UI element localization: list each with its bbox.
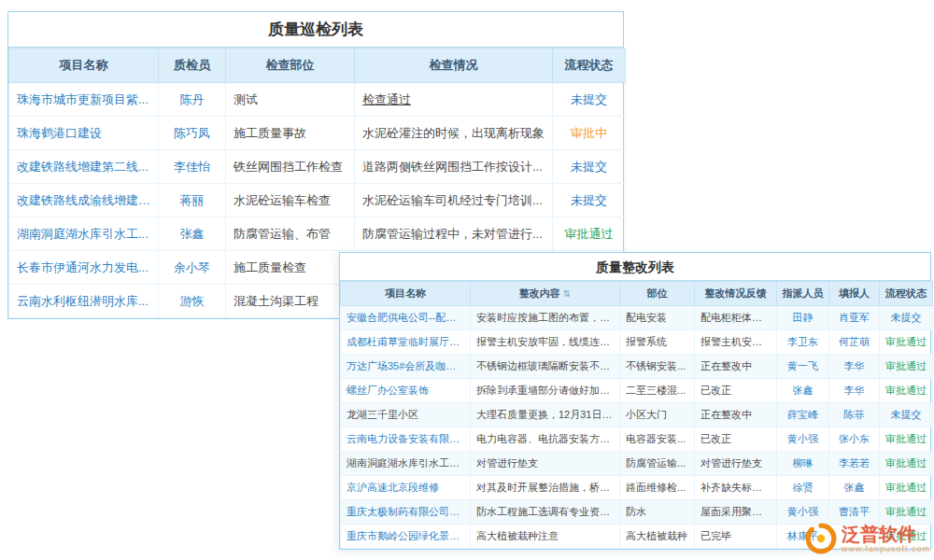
cell-status: 审批通过 (880, 355, 933, 379)
column-header-status[interactable]: 流程状态 (880, 282, 933, 306)
cell-status: 未提交 (553, 184, 626, 217)
cell-feedback: 正在整改中 (695, 355, 777, 379)
table-row[interactable]: 湖南洞庭湖水库引水工...张鑫防腐管运输、布管防腐管运输过程中，未对管进行...… (9, 217, 626, 251)
cell-part: 高大植被栽种 (620, 525, 695, 549)
cell-status: 审批通过 (880, 452, 933, 476)
cell-location: 施工质量事故 (226, 117, 355, 150)
cell-project[interactable]: 改建铁路线增建第二线... (9, 150, 159, 184)
cell-assignee[interactable]: 黄小强 (777, 500, 829, 525)
cell-inspector[interactable]: 游恢 (159, 285, 226, 318)
cell-inspector[interactable]: 余小琴 (159, 251, 226, 285)
table-row[interactable]: 珠海市城市更新项目紫...陈丹测试检查通过未提交 (9, 83, 626, 117)
cell-assignee[interactable]: 李卫东 (777, 330, 829, 355)
cell-feedback: 屋面采用聚氨... (695, 500, 777, 525)
cell-project[interactable]: 重庆市鹅岭公园绿化景观提升... (341, 525, 471, 549)
cell-filler[interactable]: 张小东 (829, 427, 880, 452)
cell-project[interactable]: 珠海鹤港口建设 (9, 117, 159, 150)
cell-filler[interactable]: 张鑫 (829, 476, 880, 500)
cell-part: 配电安装 (620, 306, 695, 330)
cell-situation: 水泥砼运输车司机经过专门培训... (355, 184, 553, 217)
column-header-project[interactable]: 项目名称 (341, 282, 471, 306)
cell-project[interactable]: 成都杜甫草堂临时展厅独立展... (341, 330, 471, 355)
cell-feedback: 报警主机安放... (695, 330, 777, 355)
cell-status: 未提交 (880, 306, 933, 330)
cell-content: 电力电容器、电抗器安装方案... (471, 427, 620, 452)
cell-location: 防腐管运输、布管 (226, 217, 355, 251)
cell-assignee[interactable]: 徐贤 (777, 476, 829, 500)
cell-inspector[interactable]: 陈巧凤 (159, 117, 226, 150)
cell-assignee[interactable]: 张鑫 (777, 379, 829, 403)
table-row[interactable]: 珠海鹤港口建设陈巧凤施工质量事故水泥砼灌注的时候，出现离析现象审批中 (9, 117, 626, 150)
cell-feedback: 已完毕 (695, 525, 777, 549)
table-row[interactable]: 湖南洞庭湖水库引水工程施工1标对管进行垫支防腐管运输...对管进行垫支柳琳李若若… (341, 452, 933, 476)
cell-location: 混凝土沟渠工程 (226, 285, 355, 318)
cell-situation: 防腐管运输过程中，未对管进行... (355, 217, 553, 251)
cell-location: 水泥砼运输车检查 (226, 184, 355, 217)
cell-project[interactable]: 万达广场35#会所及咖啡厅空... (341, 355, 471, 379)
column-header-location[interactable]: 检查部位 (226, 49, 355, 83)
cell-assignee[interactable]: 黄一飞 (777, 355, 829, 379)
cell-feedback: 已改正 (695, 427, 777, 452)
cell-inspector[interactable]: 蒋丽 (159, 184, 226, 217)
cell-filler[interactable]: 李华 (829, 379, 880, 403)
column-header-filler[interactable]: 填报人 (829, 282, 880, 306)
cell-project[interactable]: 云南电力设备安装有限公司20... (341, 427, 471, 452)
cell-inspector[interactable]: 李佳怡 (159, 150, 226, 184)
cell-filler[interactable]: 李华 (829, 355, 880, 379)
cell-filler[interactable]: 李若若 (829, 452, 880, 476)
table-row[interactable]: 云南电力设备安装有限公司20...电力电容器、电抗器安装方案...电容器安装..… (341, 427, 933, 452)
column-header-status[interactable]: 流程状态 (553, 49, 626, 83)
cell-assignee[interactable]: 柳琳 (777, 452, 829, 476)
watermark-text: 泛普软件 www.fanpusoft.com (842, 524, 930, 553)
table-row[interactable]: 螺丝厂办公室装饰拆除到承重墙部分请做好加固...二至三楼混...已改正张鑫李华审… (341, 379, 933, 403)
cell-status: 审批中 (553, 117, 626, 150)
cell-status: 审批通过 (880, 476, 933, 500)
cell-situation: 检查通过 (355, 83, 553, 117)
column-header-feedback[interactable]: 整改情况反馈 (695, 282, 777, 306)
cell-inspector[interactable]: 张鑫 (159, 217, 226, 251)
cell-project[interactable]: 安徽合肥供电公司--配电设备... (341, 306, 471, 330)
table-row[interactable]: 成都杜甫草堂临时展厅独立展...报警主机安放牢固，线缆连接...报警系统报警主机… (341, 330, 933, 355)
cell-part: 电容器安装... (620, 427, 695, 452)
table-row[interactable]: 改建铁路线增建第二线...李佳怡铁丝网围挡工作检查道路两侧铁丝网围挡工作按设计.… (9, 150, 626, 184)
cell-feedback: 补齐缺失标志... (695, 476, 777, 500)
column-header-content[interactable]: 整改内容⇅ (471, 282, 620, 306)
column-header-assignee[interactable]: 指派人员 (777, 282, 829, 306)
table-row[interactable]: 改建铁路线成渝线增建第...蒋丽水泥砼运输车检查水泥砼运输车司机经过专门培训..… (9, 184, 626, 217)
cell-assignee[interactable]: 田静 (777, 306, 829, 330)
table-row[interactable]: 龙湖三千里小区大理石质量更换，12月31日之...小区大门正在整改中薛宝峰陈菲未… (341, 403, 933, 427)
cell-project[interactable]: 长春市伊通河水力发电... (9, 251, 159, 285)
cell-project[interactable]: 珠海市城市更新项目紫... (9, 83, 159, 117)
cell-inspector[interactable]: 陈丹 (159, 83, 226, 117)
cell-filler[interactable]: 陈菲 (829, 403, 880, 427)
column-header-situation[interactable]: 检查情况 (355, 49, 553, 83)
cell-location: 铁丝网围挡工作检查 (226, 150, 355, 184)
cell-project: 龙湖三千里小区 (341, 403, 471, 427)
cell-project[interactable]: 重庆太极制药有限公司亳州中... (341, 500, 471, 525)
column-header-project[interactable]: 项目名称 (9, 49, 159, 83)
cell-part: 二至三楼混... (620, 379, 695, 403)
cell-project[interactable]: 改建铁路线成渝线增建第... (9, 184, 159, 217)
cell-content: 防水工程施工选调有专业资质... (471, 500, 620, 525)
table-row[interactable]: 京沪高速北京段维修对其及时开展整治措施，桥头...路面维修检...补齐缺失标志.… (341, 476, 933, 500)
cell-situation: 水泥砼灌注的时候，出现离析现象 (355, 117, 553, 150)
cell-filler[interactable]: 何芷萌 (829, 330, 880, 355)
table-row[interactable]: 安徽合肥供电公司--配电设备...安装时应按施工图的布置，将...配电安装配电柜… (341, 306, 933, 330)
cell-filler[interactable]: 曹清平 (829, 500, 880, 525)
table-row[interactable]: 万达广场35#会所及咖啡厅空...不锈钢边框玻璃隔断安装不平...不锈钢安装..… (341, 355, 933, 379)
cell-project[interactable]: 云南水利枢纽潜明水库... (9, 285, 159, 318)
cell-project[interactable]: 京沪高速北京段维修 (341, 476, 471, 500)
cell-content: 安装时应按施工图的布置，将... (471, 306, 620, 330)
cell-feedback: 正在整改中 (695, 403, 777, 427)
cell-filler[interactable]: 肖亚军 (829, 306, 880, 330)
sort-icon[interactable]: ⇅ (563, 288, 571, 299)
column-header-inspector[interactable]: 质检员 (159, 49, 226, 83)
watermark-brand: 泛普软件 (842, 524, 930, 544)
cell-assignee[interactable]: 黄小强 (777, 427, 829, 452)
cell-project[interactable]: 螺丝厂办公室装饰 (341, 379, 471, 403)
table-row[interactable]: 重庆太极制药有限公司亳州中...防水工程施工选调有专业资质...防水屋面采用聚氨… (341, 500, 933, 525)
column-header-part[interactable]: 部位 (620, 282, 695, 306)
cell-assignee[interactable]: 薛宝峰 (777, 403, 829, 427)
cell-content: 报警主机安放牢固，线缆连接... (471, 330, 620, 355)
cell-project[interactable]: 湖南洞庭湖水库引水工... (9, 217, 159, 251)
